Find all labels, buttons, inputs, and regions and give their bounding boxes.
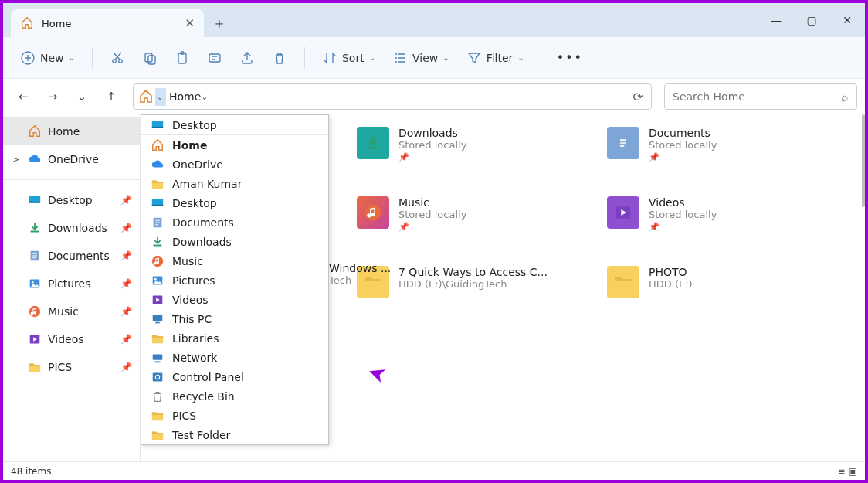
dropdown-item-network[interactable]: Network (141, 348, 328, 367)
pin-icon: 📌 (120, 306, 132, 317)
pin-icon: 📌 (120, 362, 132, 372)
refresh-button[interactable]: ⟳ (633, 90, 643, 104)
grid-item[interactable]: VideosStored locally📌 (607, 196, 849, 244)
dropdown-item-pics[interactable]: PICS (141, 406, 328, 425)
close-button[interactable]: ✕ (829, 3, 865, 37)
video-icon (28, 332, 42, 346)
search-input[interactable] (673, 90, 841, 103)
up-button[interactable]: ↑ (99, 84, 124, 109)
svg-rect-9 (29, 202, 40, 203)
chevron-down-icon: ⌄ (369, 53, 375, 62)
rename-button[interactable] (201, 45, 229, 71)
chevron-down-icon: ⌄ (69, 53, 75, 62)
navbar: ← → ⌄ ↑ ⌄ Home ⌄ ⟳ ⌕ (3, 79, 865, 114)
svg-point-2 (119, 59, 122, 62)
music-icon (357, 196, 389, 229)
dropdown-item-desktop[interactable]: Desktop (141, 115, 328, 134)
folder-icon (151, 428, 164, 442)
sidebar-item-home[interactable]: Home (3, 117, 140, 145)
dropdown-item-aman-kumar[interactable]: Aman Kumar (141, 174, 328, 193)
sidebar-item-pics[interactable]: PICS📌 (3, 353, 140, 381)
share-icon (239, 50, 255, 66)
copy-icon (142, 50, 158, 66)
maximize-button[interactable]: ▢ (794, 3, 829, 37)
copy-button[interactable] (136, 45, 164, 71)
chevron-down-icon[interactable]: ⌄ (201, 92, 208, 102)
address-dropdown-toggle[interactable]: ⌄ (155, 88, 166, 106)
dropdown-item-music[interactable]: Music (141, 251, 328, 270)
dropdown-item-onedrive[interactable]: OneDrive (141, 155, 328, 174)
desktop-icon (151, 196, 164, 210)
sidebar-item-pictures[interactable]: Pictures📌 (3, 270, 140, 298)
svg-point-12 (32, 281, 34, 284)
doc-icon (151, 216, 164, 230)
pin-icon: 📌 (120, 334, 132, 345)
music-icon (151, 254, 164, 268)
recent-button[interactable]: ⌄ (70, 84, 94, 109)
grid-item[interactable]: DocumentsStored locally📌 (607, 127, 849, 175)
sidebar-item-documents[interactable]: Documents📌 (3, 242, 140, 270)
doc-icon (607, 127, 639, 159)
home-icon (20, 16, 34, 30)
dropdown-item-downloads[interactable]: Downloads (141, 232, 328, 251)
sidebar-item-onedrive[interactable]: >OneDrive (3, 145, 140, 173)
view-button[interactable]: View ⌄ (386, 45, 456, 71)
cut-button[interactable] (103, 45, 131, 71)
pc-icon (151, 312, 164, 326)
grid-item[interactable]: 7 Quick Ways to Access C...HDD (E:)\Guid… (357, 266, 599, 314)
filter-icon (466, 50, 482, 66)
folder-icon (151, 332, 164, 345)
tiles-view-button[interactable]: ▣ (849, 466, 857, 477)
search-box[interactable]: ⌕ (664, 83, 857, 110)
pin-icon: 📌 (120, 250, 132, 261)
scrollbar[interactable] (862, 114, 865, 207)
dropdown-item-desktop[interactable]: Desktop (141, 193, 328, 213)
chevron-down-icon: ⌄ (442, 53, 449, 62)
dropdown-item-this-pc[interactable]: This PC (141, 309, 328, 328)
chevron-down-icon: ⌄ (517, 53, 524, 62)
dropdown-item-test-folder[interactable]: Test Folder (141, 425, 328, 444)
tab-close-button[interactable]: ✕ (185, 16, 195, 30)
back-button[interactable]: ← (11, 84, 36, 109)
tab-home[interactable]: Home ✕ (11, 9, 204, 37)
grid-item[interactable]: MusicStored locally📌 (357, 196, 599, 244)
dropdown-item-documents[interactable]: Documents (141, 213, 328, 232)
sort-button[interactable]: Sort ⌄ (316, 45, 381, 71)
cp-icon (151, 370, 164, 384)
forward-button[interactable]: → (40, 84, 65, 109)
pic-icon (28, 277, 42, 291)
address-bar[interactable]: ⌄ Home ⌄ ⟳ (133, 83, 652, 110)
grid-item[interactable]: DownloadsStored locally📌 (357, 127, 599, 175)
sidebar-item-desktop[interactable]: Desktop📌 (3, 186, 140, 214)
share-button[interactable] (233, 45, 261, 71)
grid-item[interactable]: PHOTOHDD (E:) (607, 266, 849, 314)
pin-icon: 📌 (120, 223, 132, 233)
sidebar-item-downloads[interactable]: Downloads📌 (3, 214, 140, 242)
dropdown-item-control-panel[interactable]: Control Panel (141, 367, 328, 386)
sidebar-item-music[interactable]: Music📌 (3, 298, 140, 325)
dropdown-item-libraries[interactable]: Libraries (141, 328, 328, 348)
content-area: DesktopHomeOneDriveAman KumarDesktopDocu… (141, 114, 865, 461)
dropdown-item-recycle-bin[interactable]: Recycle Bin (141, 386, 328, 406)
svg-point-30 (365, 205, 381, 221)
paste-button[interactable] (168, 45, 196, 71)
cut-icon (110, 50, 125, 66)
new-tab-button[interactable]: ＋ (204, 9, 235, 37)
pin-icon: 📌 (120, 195, 132, 206)
folder-icon (28, 360, 42, 374)
grid-item-partial[interactable]: Windows ... Tech (329, 262, 391, 286)
pin-icon: 📌 (649, 152, 717, 162)
download-icon (28, 221, 42, 235)
filter-button[interactable]: Filter ⌄ (460, 45, 531, 71)
delete-button[interactable] (266, 45, 293, 71)
status-text: 48 items (11, 466, 51, 477)
dropdown-item-pictures[interactable]: Pictures (141, 270, 328, 290)
details-view-button[interactable]: ≡ (838, 466, 846, 477)
more-button[interactable]: ••• (551, 45, 589, 71)
desktop-icon (28, 193, 42, 207)
minimize-button[interactable]: — (758, 3, 794, 37)
dropdown-item-home[interactable]: Home (141, 135, 328, 155)
sidebar-item-videos[interactable]: Videos📌 (3, 325, 140, 353)
new-button[interactable]: New ⌄ (14, 45, 81, 71)
dropdown-item-videos[interactable]: Videos (141, 290, 328, 309)
